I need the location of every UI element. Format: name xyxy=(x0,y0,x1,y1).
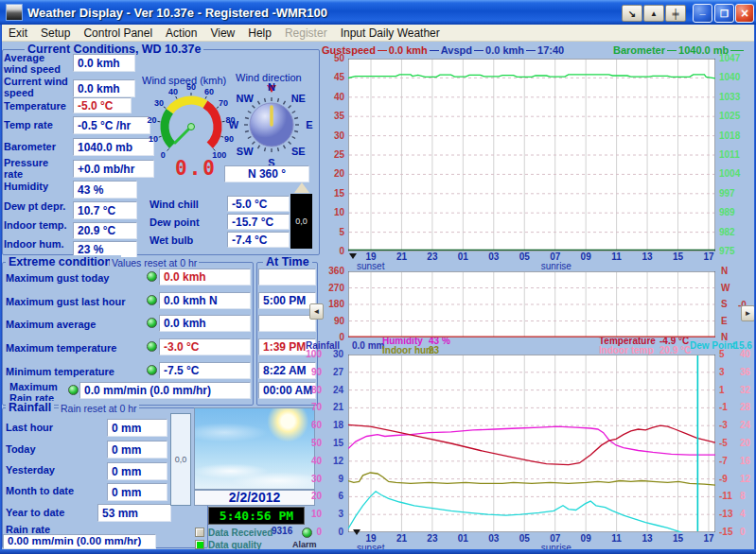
axis-tick-label: -1 xyxy=(719,403,736,412)
menu-control-panel[interactable]: Control Panel xyxy=(77,26,159,40)
alarm-led xyxy=(302,528,312,538)
x-axis-tick-label: 07 xyxy=(546,252,565,262)
scroll-right-button[interactable] xyxy=(741,305,755,321)
chart-plot[interactable] xyxy=(348,59,715,251)
x-axis-tick-label: 15 xyxy=(669,534,688,544)
legend-line-navy xyxy=(526,50,536,51)
rain-last-hour-label: Last hour xyxy=(6,422,100,433)
menu-exit[interactable]: Exit xyxy=(2,26,34,40)
wet-bulb-label: Wet bulb xyxy=(149,234,221,246)
wind-direction-readout: N 360 ° xyxy=(224,165,309,182)
scroll-left-button[interactable] xyxy=(309,303,324,320)
menu-view[interactable]: View xyxy=(203,26,241,40)
x-axis-tick-label: 13 xyxy=(638,534,657,544)
axis-tick-label: 0 xyxy=(740,528,755,537)
maximize-button[interactable] xyxy=(714,4,734,23)
axis-tick-label: -13 xyxy=(719,510,736,519)
window-title: Weather Display - Ver 10.37e - Registere… xyxy=(27,6,327,20)
axis-tick-label: 997 xyxy=(719,189,749,199)
legend-line-green xyxy=(730,50,744,51)
svg-text:60: 60 xyxy=(204,87,214,96)
dew-pt-depr-value: 10.7 °C xyxy=(73,201,137,219)
axis-tick-label: 25 xyxy=(320,150,344,160)
menu-help[interactable]: Help xyxy=(241,26,278,40)
menu-setup[interactable]: Setup xyxy=(34,26,77,40)
rain-year-value: 53 mm xyxy=(97,504,171,522)
menubar: Exit Setup Control Panel Action View Hel… xyxy=(0,25,756,42)
axis-tick-label: 36 xyxy=(740,368,755,377)
axis-tick-label: 1018 xyxy=(719,131,749,141)
temp-rate-label: Temp rate xyxy=(4,119,74,130)
x-axis-annotation: sunrise xyxy=(541,262,579,271)
indoor-hum-label: Indoor hum. xyxy=(4,238,74,250)
axis-tick-label: S xyxy=(721,300,736,309)
axis-tick-label: 28 xyxy=(740,403,755,412)
max-temperature-value: -3.0 °C xyxy=(159,338,251,355)
pin-button[interactable] xyxy=(665,5,686,22)
legend-dew-point-value: -15.6 xyxy=(730,341,752,351)
weather-display-window: Weather Display - Ver 10.37e - Registere… xyxy=(0,0,756,554)
axis-tick-label: -7 xyxy=(719,457,736,466)
menu-register: Register xyxy=(278,26,334,40)
sunset-marker-icon xyxy=(353,529,360,535)
chart-plot[interactable] xyxy=(348,355,715,532)
chart-plot[interactable] xyxy=(348,271,715,338)
menu-action[interactable]: Action xyxy=(159,26,203,40)
data-received-checkbox[interactable] xyxy=(195,528,204,537)
status-led xyxy=(147,295,157,305)
rain-yesterday-value: 0 mm xyxy=(107,462,167,480)
wind-run-gauge: 0,0 xyxy=(290,194,312,249)
status-led xyxy=(147,318,157,328)
axis-tick-label: 35 xyxy=(320,112,344,121)
menu-input-daily-weather[interactable]: Input Daily Weather xyxy=(334,26,447,40)
axis-tick-label: 3 xyxy=(325,510,343,519)
axis-tick-label: 1033 xyxy=(719,93,749,102)
legend-rainfall-value: 0.0 mm xyxy=(352,341,384,351)
svg-text:50: 50 xyxy=(186,82,196,92)
axis-tick-label: 1025 xyxy=(719,112,749,121)
axis-tick-label: 40 xyxy=(320,93,344,102)
rain-gauge-value: 0,0 xyxy=(175,455,187,464)
minimize-button[interactable] xyxy=(693,4,712,23)
x-axis-tick-label: 23 xyxy=(423,534,442,544)
axis-tick-label: 1040 xyxy=(719,73,749,82)
max-average-time xyxy=(258,315,316,332)
rain-gauge: 0,0 xyxy=(170,413,191,506)
axis-tick-label: 10 xyxy=(303,510,322,519)
x-axis-tick-label: 11 xyxy=(607,534,626,544)
x-axis-tick-label: 05 xyxy=(515,252,534,262)
legend-rainfall: Rainfall xyxy=(306,341,340,351)
svg-text:W: W xyxy=(229,119,239,130)
window-border xyxy=(0,549,756,554)
axis-tick-label: 21 xyxy=(325,403,343,412)
axis-tick-label: 30 xyxy=(325,350,343,359)
wind-speed-led-display: 0.0 xyxy=(174,157,218,181)
status-led xyxy=(68,385,79,395)
x-axis-tick-label: 01 xyxy=(453,252,472,262)
rain-month-value: 0 mm xyxy=(107,483,167,501)
x-axis-tick-label: 11 xyxy=(607,252,626,262)
axis-tick-label: 1 xyxy=(719,386,736,395)
close-button[interactable] xyxy=(735,4,754,23)
date-display: 2/2/2012 xyxy=(194,490,315,506)
axis-tick-label: 975 xyxy=(719,247,749,256)
data-received-count: 9316 xyxy=(272,526,292,536)
dew-point-label: Dew point xyxy=(149,216,221,228)
axis-tick-label: 0 xyxy=(325,528,343,537)
wind-direction-compass: NNEESESSWWNW xyxy=(225,78,318,168)
rollup-button[interactable] xyxy=(643,5,664,22)
min-temperature-label: Minimum temperature xyxy=(6,366,143,377)
rainfall-subheader: Rain reset at 0 hr xyxy=(59,403,139,414)
max-gust-last-hour-label: Maximum gust last hour xyxy=(6,296,152,307)
axis-tick-label: 18 xyxy=(325,421,343,430)
sunset-marker-icon xyxy=(349,253,357,259)
dew-pt-depr-label: Dew pt depr. xyxy=(4,200,74,212)
status-led xyxy=(147,341,157,352)
shrink-to-corner-button[interactable] xyxy=(622,5,642,22)
max-gust-today-time xyxy=(258,268,316,286)
temperature-label: Temperature xyxy=(4,100,74,112)
svg-text:0: 0 xyxy=(161,150,166,160)
axis-tick-label: 6 xyxy=(325,492,343,501)
rain-rate-value: 0.00 mm/min (0.00 mm/hr) xyxy=(3,534,156,549)
humidity-label: Humidity xyxy=(4,181,74,192)
